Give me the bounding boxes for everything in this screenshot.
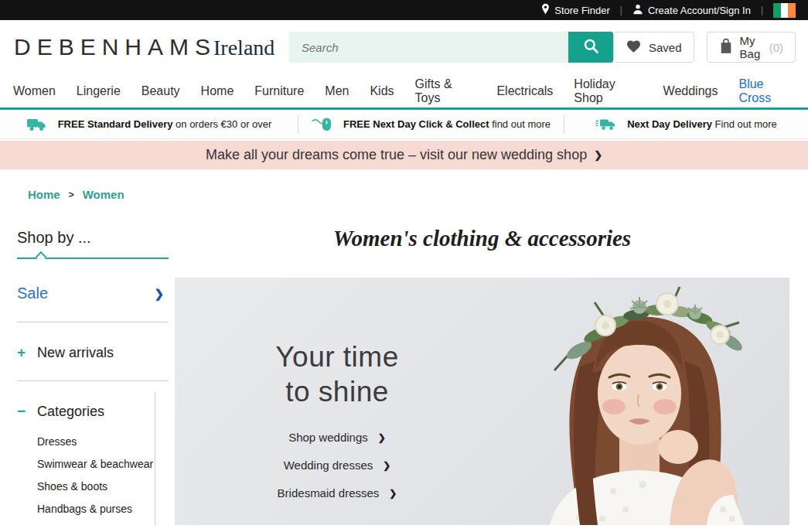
- delivery-offer-text: FREE Standard Delivery on orders €30 or …: [58, 118, 272, 130]
- logo-country: Ireland: [213, 36, 274, 60]
- account-sign-in-link[interactable]: Create Account/Sign In: [632, 4, 751, 17]
- section-label: New arrivals: [37, 345, 114, 361]
- header: DEBENHAMS Ireland Saved My Bag (0): [0, 20, 808, 74]
- delivery-offer-free-standard-delivery[interactable]: FREE Standard Delivery on orders €30 or …: [0, 110, 298, 138]
- hero-link-label: Shop weddings: [288, 431, 368, 444]
- search-bar: [289, 32, 613, 63]
- computer-mouse-icon: [312, 117, 332, 131]
- ireland-flag-icon[interactable]: [773, 3, 796, 18]
- sidebar-divider: [155, 392, 155, 526]
- promo-text: Make all your dreams come true – visit o…: [206, 147, 587, 163]
- saved-label: Saved: [649, 41, 682, 54]
- nav-item-kids[interactable]: Kids: [370, 84, 394, 98]
- main: Women's clothing & accessories Your time…: [172, 201, 808, 525]
- nav-item-holiday-shop[interactable]: Holiday Shop: [574, 77, 642, 105]
- hero-title: Your time to shine: [175, 339, 499, 409]
- account-label: Create Account/Sign In: [648, 5, 751, 16]
- nav-item-furniture[interactable]: Furniture: [254, 84, 304, 98]
- hero-link-label: Wedding dresses: [284, 459, 373, 472]
- category-item-dresses[interactable]: Dresses: [37, 435, 172, 448]
- sidebar: Shop by ... Sale ❯ + New arrivals − Cate…: [17, 201, 172, 525]
- delivery-offer-free-next-day-click-collect[interactable]: FREE Next Day Click & Collect find out m…: [298, 110, 564, 138]
- nav-item-beauty[interactable]: Beauty: [141, 84, 180, 98]
- hero-title-line2: to shine: [175, 374, 499, 409]
- express-truck-icon: [595, 118, 616, 131]
- sidebar-item-sale[interactable]: Sale ❯: [17, 285, 164, 302]
- nav-item-blue-cross[interactable]: Blue Cross: [738, 77, 795, 105]
- nav-item-men[interactable]: Men: [325, 84, 349, 98]
- my-bag-button[interactable]: My Bag (0): [707, 32, 796, 63]
- expand-plus-icon: +: [17, 344, 27, 361]
- delivery-offer-next-day-delivery[interactable]: Next Day Delivery Find out more: [564, 110, 808, 138]
- page-title: Women's clothing & accessories: [175, 226, 789, 251]
- nav-item-women[interactable]: Women: [13, 84, 56, 98]
- delivery-offer-text: FREE Next Day Click & Collect find out m…: [343, 118, 551, 130]
- primary-nav: WomenLingerieBeautyHomeFurnitureMenKidsG…: [0, 74, 808, 110]
- category-item-handbags-purses[interactable]: Handbags & purses: [37, 503, 172, 515]
- logo-wordmark: DEBENHAMS: [14, 34, 216, 60]
- nav-item-electricals[interactable]: Electricals: [496, 84, 553, 98]
- nav-item-home[interactable]: Home: [201, 84, 234, 98]
- header-actions: Saved My Bag (0): [613, 32, 796, 63]
- wedding-promo-banner[interactable]: Make all your dreams come true – visit o…: [0, 141, 808, 169]
- search-input[interactable]: [289, 32, 568, 63]
- debenhams-logo[interactable]: DEBENHAMS Ireland: [14, 34, 289, 60]
- sale-label: Sale: [17, 285, 48, 302]
- delivery-offer-text: Next Day Delivery Find out more: [627, 118, 777, 130]
- saved-button[interactable]: Saved: [613, 32, 694, 63]
- hero-link-shop-weddings[interactable]: Shop weddings❯: [288, 431, 386, 444]
- my-bag-label: My Bag: [740, 34, 762, 60]
- delivery-truck-icon: [26, 118, 47, 131]
- delivery-bar: FREE Standard Delivery on orders €30 or …: [0, 110, 808, 139]
- wedding-hero-banner[interactable]: Your time to shine Shop weddings❯Wedding…: [175, 278, 789, 525]
- hero-copy: Your time to shine Shop weddings❯Wedding…: [175, 339, 499, 500]
- shop-by-underline: [17, 257, 169, 259]
- chevron-right-icon: ❯: [378, 432, 386, 443]
- sidebar-section-new-arrivals[interactable]: + New arrivals: [17, 344, 172, 361]
- hero-link-label: Bridesmaid dresses: [278, 486, 380, 500]
- chevron-right-icon: ❯: [383, 460, 390, 471]
- search-button[interactable]: [568, 32, 613, 63]
- hero-bride-photo: [488, 278, 789, 525]
- breadcrumb-women[interactable]: Women: [83, 188, 124, 201]
- person-icon: [632, 4, 643, 17]
- chevron-right-icon: ❯: [154, 287, 164, 301]
- topbar-divider: |: [620, 5, 622, 15]
- store-finder-link[interactable]: Store Finder: [541, 3, 610, 17]
- chevron-right-icon: ❯: [389, 488, 397, 499]
- sidebar-rule: [17, 322, 169, 322]
- heart-icon: [626, 39, 642, 56]
- sidebar-section-categories[interactable]: − Categories: [17, 403, 172, 420]
- chevron-right-icon: ❯: [594, 149, 602, 161]
- topbar-divider: |: [761, 5, 763, 15]
- collapse-minus-icon: −: [17, 403, 27, 420]
- category-list: DressesSwimwear & beachwearShoes & boots…: [37, 435, 172, 515]
- breadcrumb-home[interactable]: Home: [28, 188, 60, 201]
- nav-item-gifts-toys[interactable]: Gifts & Toys: [415, 77, 476, 105]
- breadcrumb-separator: >: [69, 189, 74, 200]
- content: Shop by ... Sale ❯ + New arrivals − Cate…: [0, 201, 808, 525]
- sidebar-rule: [17, 380, 169, 381]
- store-finder-label: Store Finder: [554, 5, 610, 16]
- category-item-swimwear-beachwear[interactable]: Swimwear & beachwear: [37, 458, 172, 470]
- hero-link-wedding-dresses[interactable]: Wedding dresses❯: [284, 459, 391, 472]
- nav-item-lingerie[interactable]: Lingerie: [77, 84, 121, 98]
- shopping-bag-icon: [719, 37, 733, 57]
- hero-link-bridesmaid-dresses[interactable]: Bridesmaid dresses❯: [278, 486, 397, 500]
- section-label: Categories: [37, 404, 104, 420]
- hero-title-line1: Your time: [175, 339, 499, 374]
- bag-count: (0): [769, 41, 783, 54]
- topbar: Store Finder | Create Account/Sign In |: [0, 0, 808, 20]
- breadcrumb: Home > Women: [28, 188, 808, 201]
- hero-links: Shop weddings❯Wedding dresses❯Bridesmaid…: [175, 431, 499, 500]
- nav-item-weddings[interactable]: Weddings: [663, 84, 718, 98]
- category-item-shoes-boots[interactable]: Shoes & boots: [37, 480, 172, 493]
- location-pin-icon: [541, 3, 550, 17]
- shop-by-title: Shop by ...: [17, 229, 172, 247]
- search-icon: [583, 38, 599, 56]
